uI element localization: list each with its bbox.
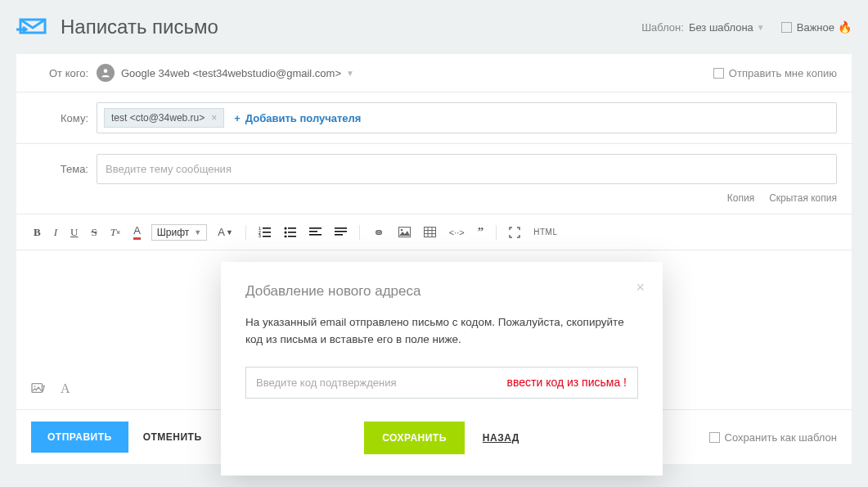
code-button[interactable]: <··> bbox=[447, 226, 467, 239]
fullscreen-button[interactable] bbox=[506, 225, 523, 240]
to-row: Кому: test <cto@34web.ru> × + Добавить п… bbox=[16, 92, 852, 144]
important-toggle[interactable]: Важное 🔥 bbox=[781, 20, 852, 34]
svg-rect-2 bbox=[263, 228, 271, 229]
chevron-down-icon: ▼ bbox=[346, 69, 354, 78]
cc-button[interactable]: Копия bbox=[727, 192, 754, 204]
subject-input[interactable] bbox=[97, 154, 837, 184]
svg-rect-8 bbox=[288, 228, 296, 229]
align-button[interactable] bbox=[307, 225, 324, 239]
font-size-button[interactable]: A▼ bbox=[215, 224, 236, 240]
close-icon[interactable]: × bbox=[211, 112, 217, 124]
svg-point-7 bbox=[284, 228, 286, 230]
recipient-chip-label: test <cto@34web.ru> bbox=[111, 112, 205, 124]
image-button[interactable] bbox=[396, 225, 413, 239]
close-icon[interactable]: × bbox=[636, 280, 645, 295]
editor-toolbar: B I U S T× A Шрифт ▼ A▼ 123 bbox=[16, 214, 852, 250]
flame-icon: 🔥 bbox=[838, 20, 852, 34]
cc-bcc-row: Копия Скрытая копия bbox=[16, 189, 852, 214]
confirmation-code-input[interactable] bbox=[245, 367, 638, 399]
from-value: Google 34web <test34webstudio@gmail.com> bbox=[121, 67, 341, 79]
page-title: Написать письмо bbox=[61, 16, 641, 38]
svg-rect-13 bbox=[309, 228, 322, 229]
template-label: Шаблон: bbox=[641, 21, 684, 34]
font-family-label: Шрифт bbox=[157, 227, 189, 238]
add-recipient-label: Добавить получателя bbox=[245, 112, 362, 124]
svg-rect-16 bbox=[335, 228, 347, 229]
checkbox-icon bbox=[781, 22, 792, 33]
cancel-button[interactable]: ОТМЕНИТЬ bbox=[143, 431, 202, 443]
checkbox-icon bbox=[709, 432, 720, 443]
underline-button[interactable]: U bbox=[68, 224, 80, 241]
attach-file-icon[interactable] bbox=[31, 381, 46, 398]
svg-rect-26 bbox=[32, 384, 42, 393]
font-family-select[interactable]: Шрифт ▼ bbox=[151, 224, 207, 241]
link-button[interactable] bbox=[370, 227, 388, 238]
clear-format-button[interactable]: T× bbox=[108, 224, 124, 241]
svg-point-11 bbox=[284, 236, 286, 238]
text-color-button[interactable]: A bbox=[131, 223, 143, 241]
svg-rect-17 bbox=[335, 231, 347, 232]
svg-point-9 bbox=[284, 232, 286, 234]
modal-message: На указанный email отправлено письмо с к… bbox=[245, 314, 638, 349]
bcc-button[interactable]: Скрытая копия bbox=[769, 192, 837, 204]
send-me-copy-label: Отправить мне копию bbox=[729, 67, 837, 79]
unordered-list-button[interactable] bbox=[281, 225, 299, 239]
html-source-button[interactable]: HTML bbox=[531, 226, 560, 238]
send-button[interactable]: ОТПРАВИТЬ bbox=[31, 422, 128, 453]
header: Написать письмо Шаблон: Без шаблона ▼ Ва… bbox=[0, 0, 868, 54]
svg-rect-12 bbox=[288, 236, 296, 237]
svg-rect-10 bbox=[288, 232, 296, 233]
table-button[interactable] bbox=[421, 225, 438, 239]
svg-point-20 bbox=[401, 229, 403, 232]
save-as-template-label: Сохранить как шаблон bbox=[725, 431, 837, 444]
svg-rect-15 bbox=[309, 234, 322, 236]
attach-text-icon[interactable]: A bbox=[61, 381, 70, 398]
save-as-template-toggle[interactable]: Сохранить как шаблон bbox=[709, 431, 837, 444]
to-label: Кому: bbox=[31, 112, 88, 124]
from-selector[interactable]: Google 34web <test34webstudio@gmail.com>… bbox=[97, 64, 354, 82]
send-me-copy-toggle[interactable]: Отправить мне копию bbox=[713, 67, 837, 79]
app-logo-icon bbox=[16, 15, 49, 39]
checkbox-icon bbox=[713, 68, 724, 79]
add-address-modal: × Добавление нового адреса На указанный … bbox=[221, 262, 663, 476]
from-label: От кого: bbox=[31, 67, 88, 79]
paragraph-button[interactable] bbox=[332, 225, 349, 239]
plus-icon: + bbox=[234, 112, 241, 124]
to-input-wrap[interactable]: test <cto@34web.ru> × + Добавить получат… bbox=[97, 102, 837, 133]
subject-label: Тема: bbox=[31, 163, 88, 175]
strikethrough-button[interactable]: S bbox=[88, 224, 99, 241]
avatar-icon bbox=[97, 64, 115, 82]
modal-title: Добавление нового адреса bbox=[245, 283, 638, 300]
svg-rect-18 bbox=[335, 234, 343, 236]
quote-button[interactable]: ” bbox=[475, 223, 487, 241]
chevron-down-icon: ▼ bbox=[757, 23, 765, 32]
chevron-down-icon: ▼ bbox=[194, 228, 201, 237]
ordered-list-button[interactable]: 123 bbox=[256, 225, 273, 239]
modal-save-button[interactable]: СОХРАНИТЬ bbox=[364, 422, 465, 454]
italic-button[interactable]: I bbox=[52, 224, 60, 241]
add-recipient-button[interactable]: + Добавить получателя bbox=[234, 112, 361, 124]
svg-point-27 bbox=[34, 386, 36, 387]
svg-rect-21 bbox=[424, 228, 435, 237]
svg-rect-14 bbox=[309, 231, 317, 232]
subject-row: Тема: bbox=[16, 144, 852, 189]
template-selector[interactable]: Шаблон: Без шаблона ▼ bbox=[641, 21, 765, 34]
template-value: Без шаблона bbox=[689, 21, 753, 34]
svg-rect-6 bbox=[263, 236, 271, 237]
bold-button[interactable]: B bbox=[31, 224, 43, 241]
from-row: От кого: Google 34web <test34webstudio@g… bbox=[16, 54, 852, 92]
important-label: Важное bbox=[797, 21, 834, 34]
svg-text:3: 3 bbox=[259, 233, 261, 237]
recipient-chip[interactable]: test <cto@34web.ru> × bbox=[104, 108, 224, 128]
svg-rect-4 bbox=[263, 232, 271, 233]
svg-point-0 bbox=[104, 69, 108, 73]
modal-back-button[interactable]: НАЗАД bbox=[483, 432, 519, 444]
